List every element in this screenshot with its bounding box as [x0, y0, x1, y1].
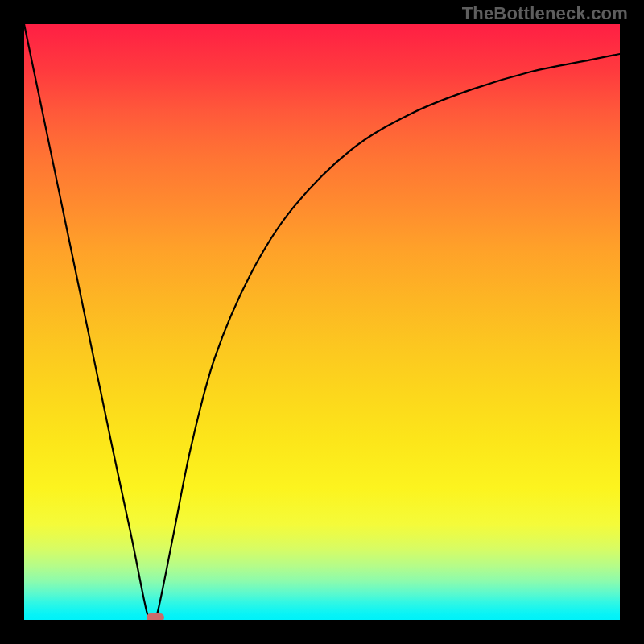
watermark-text: TheBottleneck.com [462, 3, 628, 24]
chart-curve [24, 24, 620, 620]
min-marker [147, 613, 164, 620]
plot-area [24, 24, 620, 620]
curve-path [24, 24, 620, 620]
